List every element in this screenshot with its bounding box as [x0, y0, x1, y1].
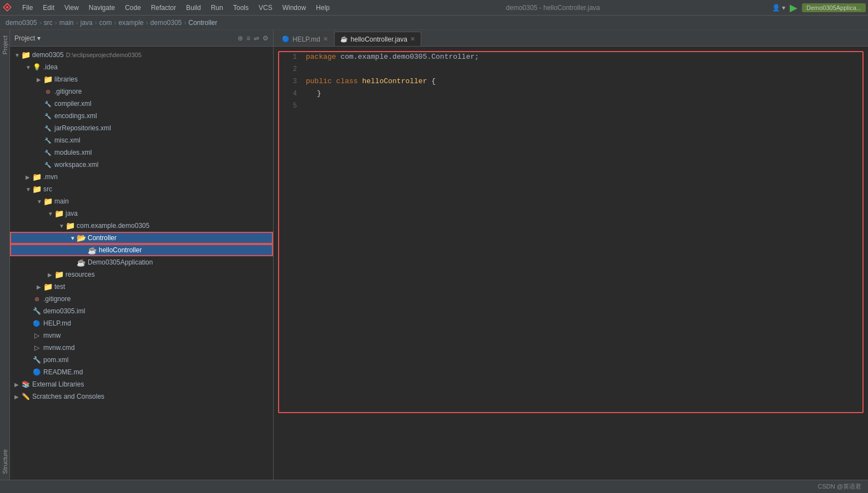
- menubar-right: 👤 ▾ ▶ Demo0305Applica...: [772, 2, 866, 14]
- tree-label: test: [54, 283, 65, 291]
- breadcrumb-part[interactable]: main: [59, 19, 74, 27]
- xml-icon: 🔧: [43, 111, 52, 120]
- editor-panel: 🔵 HELP.md ✕ ☕ helloController.java ✕ 1 p…: [274, 30, 868, 480]
- tree-label: .gitignore: [54, 88, 82, 95]
- panel-title[interactable]: Project ▾: [14, 34, 234, 42]
- tree-item-com-example[interactable]: ▼ 📁 com.example.demo0305: [10, 220, 273, 232]
- profile-icon[interactable]: 👤 ▾: [772, 4, 785, 12]
- breadcrumb-part[interactable]: example: [118, 19, 143, 27]
- tab-help-md[interactable]: 🔵 HELP.md ✕: [276, 32, 334, 46]
- menu-edit[interactable]: Edit: [38, 3, 59, 13]
- arrow-icon: ▼: [26, 64, 32, 70]
- expand-icon[interactable]: ⇌: [254, 34, 259, 42]
- tree-label: .gitignore: [43, 295, 70, 303]
- tree-item-misc-xml[interactable]: ▶ 🔧 misc.xml: [10, 134, 273, 146]
- tree-item-mvn[interactable]: ▶ 📁 .mvn: [10, 171, 273, 183]
- tree-item-scratches[interactable]: ▶ ✏️ Scratches and Consoles: [10, 390, 273, 403]
- tab-close-controller[interactable]: ✕: [410, 35, 415, 43]
- code-area[interactable]: 1 package com.example.demo0305.Controlle…: [274, 47, 868, 116]
- tree-label: jarRepositories.xml: [54, 124, 111, 132]
- tree-item-main[interactable]: ▼ 📁 main: [10, 195, 273, 207]
- menu-vcs[interactable]: VCS: [254, 3, 277, 13]
- xml-icon: 🔧: [43, 160, 52, 169]
- menu-help[interactable]: Help: [311, 3, 334, 13]
- tree-item-mvnw[interactable]: ▶ ▷ mvnw: [10, 329, 273, 342]
- breadcrumb-part[interactable]: demo0305: [6, 19, 37, 27]
- tree-item-workspace-xml[interactable]: ▶ 🔧 workspace.xml: [10, 159, 273, 171]
- arrow-icon: ▼: [14, 52, 21, 58]
- panel-icons: ⊕ ≡ ⇌ ⚙: [238, 34, 269, 42]
- tree-label: libraries: [54, 75, 78, 83]
- tree-item-modules-xml[interactable]: ▶ 🔧 modules.xml: [10, 146, 273, 159]
- tree-item-help-md[interactable]: ▶ 🔵 HELP.md: [10, 317, 273, 329]
- menu-refactor[interactable]: Refactor: [147, 3, 180, 13]
- menu-navigate[interactable]: Navigate: [84, 3, 119, 13]
- menu-code[interactable]: Code: [120, 3, 145, 13]
- tree-item-demo0305app[interactable]: ▶ ☕ Demo0305Application: [10, 256, 273, 268]
- tree-label: main: [54, 197, 69, 205]
- tab-java-icon: ☕: [340, 35, 348, 43]
- breadcrumb-part[interactable]: java: [80, 19, 93, 27]
- tab-close-help[interactable]: ✕: [323, 35, 328, 43]
- sidebar-project-label[interactable]: Project: [2, 35, 8, 54]
- tree-item-java[interactable]: ▼ 📁 java: [10, 207, 273, 220]
- tree-item-demo0305[interactable]: ▼ 📁 demo0305 D:\eclipseproject\demo0305: [10, 49, 273, 61]
- status-bar: CSDN @英语君: [0, 480, 868, 493]
- menu-build[interactable]: Build: [181, 3, 205, 13]
- sidebar-structure-label[interactable]: Structure: [2, 449, 8, 474]
- settings-icon[interactable]: ⚙: [263, 34, 269, 42]
- tab-hello-controller[interactable]: ☕ helloController.java ✕: [334, 32, 421, 46]
- tree-item-jarrepos-xml[interactable]: ▶ 🔧 jarRepositories.xml: [10, 122, 273, 134]
- menu-window[interactable]: Window: [278, 3, 311, 13]
- tree-item-readme-md[interactable]: ▶ 🔵 README.md: [10, 366, 273, 378]
- java-file-icon: ☕: [88, 246, 97, 255]
- tab-label: helloController.java: [351, 35, 407, 43]
- code-content: }: [306, 88, 321, 100]
- menu-run[interactable]: Run: [206, 3, 228, 13]
- xml-icon: 🔧: [43, 124, 52, 133]
- tree-item-compiler-xml[interactable]: ▶ 🔧 compiler.xml: [10, 98, 273, 110]
- run-button[interactable]: ▶: [790, 2, 798, 14]
- tree-item-iml[interactable]: ▶ 🔧 demo0305.iml: [10, 305, 273, 317]
- code-line-3: 3 public class helloController {: [274, 75, 868, 88]
- tree-item-gitignore-root[interactable]: ▶ ⊗ .gitignore: [10, 293, 273, 305]
- line-number: 4: [280, 88, 297, 100]
- tree-item-mvnw-cmd[interactable]: ▶ ▷ mvnw.cmd: [10, 342, 273, 354]
- line-number: 2: [280, 63, 297, 75]
- folder-icon: 📁: [65, 221, 74, 230]
- menu-file[interactable]: File: [18, 3, 37, 13]
- tree-label: java: [65, 210, 78, 217]
- tree-item-pom-xml[interactable]: ▶ 🔧 pom.xml: [10, 354, 273, 366]
- tree-item-hello-controller[interactable]: ▶ ☕ helloController: [10, 244, 273, 256]
- tree-item-src[interactable]: ▼ 📁 src: [10, 183, 273, 195]
- tree-item-libraries[interactable]: ▶ 📁 libraries: [10, 73, 273, 85]
- app-run-button[interactable]: Demo0305Applica...: [802, 3, 866, 12]
- line-number: 5: [280, 100, 297, 112]
- app-logo: [2, 2, 13, 13]
- tree-label: mvnw: [43, 332, 60, 339]
- tree-item-resources[interactable]: ▶ 📁 resources: [10, 268, 273, 281]
- locate-icon[interactable]: ⊕: [238, 34, 243, 42]
- collapse-icon[interactable]: ≡: [246, 34, 250, 42]
- file-tree: ▼ 📁 demo0305 D:\eclipseproject\demo0305 …: [10, 47, 273, 480]
- menu-view[interactable]: View: [60, 3, 83, 13]
- tree-item-encodings-xml[interactable]: ▶ 🔧 encodings.xml: [10, 110, 273, 122]
- git-icon: ⊗: [32, 294, 41, 303]
- tree-label: compiler.xml: [54, 100, 92, 108]
- tree-item-external-libs[interactable]: ▶ 📚 External Libraries: [10, 378, 273, 390]
- md-icon: 🔵: [32, 368, 41, 377]
- xml-icon: 🔧: [43, 148, 52, 157]
- breadcrumb-part[interactable]: src: [44, 19, 53, 27]
- breadcrumb-part[interactable]: demo0305: [150, 19, 182, 27]
- menu-tools[interactable]: Tools: [229, 3, 253, 13]
- tree-item-idea[interactable]: ▼ 💡 .idea: [10, 61, 273, 73]
- folder-icon: 📁: [21, 50, 30, 59]
- editor-content[interactable]: 1 package com.example.demo0305.Controlle…: [274, 47, 868, 480]
- folder-icon: 📁: [54, 209, 63, 218]
- tree-item-gitignore-idea[interactable]: ▶ ⊗ .gitignore: [10, 85, 273, 98]
- breadcrumb-part[interactable]: com: [99, 19, 112, 27]
- tree-item-test[interactable]: ▶ 📁 test: [10, 281, 273, 293]
- tree-label: com.example.demo0305: [77, 222, 149, 230]
- tree-item-controller[interactable]: ▼ 📂 Controller: [10, 232, 273, 244]
- tree-label: .mvn: [43, 173, 58, 181]
